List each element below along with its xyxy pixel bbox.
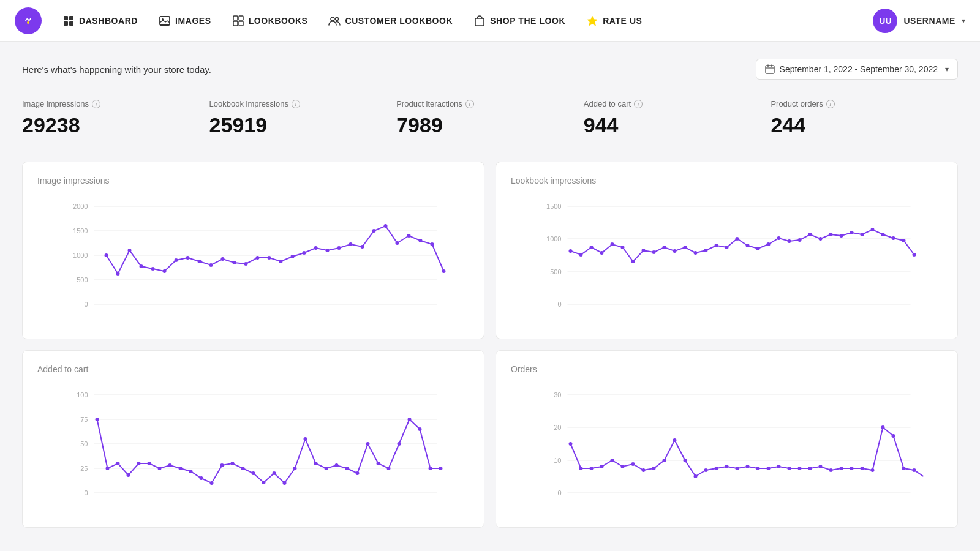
nav-lookbooks[interactable]: LOOKBOOKS <box>224 10 317 32</box>
svg-point-127 <box>252 471 255 475</box>
chevron-down-icon: ▾ <box>962 17 965 25</box>
svg-point-70 <box>590 246 594 249</box>
svg-point-51 <box>349 242 353 246</box>
orders-chart-title: Orders <box>511 364 943 374</box>
nav-dashboard[interactable]: DASHBOARD <box>54 10 146 32</box>
svg-point-0 <box>22 15 34 27</box>
store-subtitle: Here's what's happening with your store … <box>22 64 211 75</box>
svg-point-122 <box>200 476 203 480</box>
svg-rect-2 <box>64 16 68 20</box>
svg-point-45 <box>279 260 283 263</box>
svg-point-93 <box>829 233 833 236</box>
svg-point-184 <box>881 425 885 429</box>
svg-point-134 <box>325 467 328 470</box>
svg-point-55 <box>396 241 399 245</box>
added-to-cart-chart-card: Added to cart 100 75 50 25 0 <box>22 350 484 528</box>
svg-point-36 <box>175 258 178 262</box>
svg-point-47 <box>303 251 306 255</box>
image-impressions-chart-card: Image impressions 2000 1500 1000 500 0 <box>22 162 484 339</box>
svg-point-88 <box>777 236 781 240</box>
svg-point-158 <box>611 459 614 462</box>
svg-point-77 <box>663 246 666 249</box>
svg-point-34 <box>151 267 155 271</box>
svg-point-168 <box>715 467 718 470</box>
svg-text:0: 0 <box>557 301 561 308</box>
image-impressions-chart-title: Image impressions <box>37 176 469 186</box>
svg-point-46 <box>291 255 295 258</box>
svg-point-75 <box>642 249 646 252</box>
images-icon <box>159 15 171 27</box>
svg-point-128 <box>262 481 266 484</box>
navbar: DASHBOARD IMAGES LOOKBOOK <box>0 0 980 42</box>
svg-rect-8 <box>233 16 238 20</box>
svg-point-44 <box>268 256 271 260</box>
nav-rate-us[interactable]: RATE US <box>578 10 650 32</box>
svg-point-144 <box>429 467 432 470</box>
svg-point-83 <box>725 246 729 249</box>
svg-point-59 <box>442 269 446 273</box>
svg-point-113 <box>106 467 110 470</box>
svg-point-69 <box>579 253 583 257</box>
svg-text:0: 0 <box>557 489 561 497</box>
svg-point-32 <box>128 249 132 252</box>
stat-product-orders-value: 244 <box>771 113 958 137</box>
nav-rate-us-label: RATE US <box>603 16 642 26</box>
stats-row: Image impressions i 29238 Lookbook impre… <box>22 97 958 147</box>
svg-point-99 <box>892 236 895 240</box>
nav-shop-the-look[interactable]: SHOP THE LOOK <box>465 10 574 32</box>
svg-point-130 <box>283 481 287 485</box>
date-range-picker[interactable]: September 1, 2022 - September 30, 2022 ▾ <box>756 59 958 80</box>
svg-point-13 <box>336 17 339 20</box>
customer-icon <box>328 15 341 27</box>
stat-product-interactions-label: Product iteractions i <box>396 99 584 108</box>
svg-rect-4 <box>64 21 68 26</box>
svg-point-120 <box>179 467 183 470</box>
svg-rect-5 <box>69 21 74 26</box>
stat-lookbook-impressions-label: Lookbook impressions i <box>209 99 397 108</box>
image-impressions-chart-area: 2000 1500 1000 500 0 <box>37 194 469 329</box>
svg-point-139 <box>377 462 380 465</box>
svg-point-74 <box>631 260 635 263</box>
svg-point-163 <box>663 459 666 462</box>
svg-point-41 <box>233 261 236 264</box>
stat-lookbook-impressions: Lookbook impressions i 25919 <box>209 97 397 147</box>
orders-chart-card: Orders 30 20 10 0 <box>496 350 958 528</box>
svg-rect-16 <box>766 66 774 73</box>
lookbook-impressions-chart-area: 1500 1000 500 0 <box>511 194 943 329</box>
svg-point-133 <box>314 462 318 465</box>
dashboard-icon <box>62 15 75 27</box>
nav-customer-lookbook[interactable]: CUSTOMER LOOKBOOK <box>320 10 461 32</box>
nav-user[interactable]: UU USERNAME ▾ <box>873 9 965 33</box>
svg-point-165 <box>684 459 687 462</box>
svg-point-38 <box>198 260 202 263</box>
svg-point-138 <box>366 442 370 446</box>
svg-point-180 <box>840 467 843 470</box>
nav-images[interactable]: IMAGES <box>150 10 220 32</box>
stat-added-to-cart: Added to cart i 944 <box>584 97 771 147</box>
svg-point-132 <box>304 437 307 441</box>
logo[interactable] <box>15 7 42 34</box>
svg-point-141 <box>398 442 401 446</box>
svg-point-154 <box>569 442 573 446</box>
nav-shop-the-look-label: SHOP THE LOOK <box>490 16 565 26</box>
svg-point-42 <box>244 262 248 266</box>
lookbooks-icon <box>232 15 244 27</box>
svg-point-98 <box>881 233 885 236</box>
svg-point-73 <box>621 246 625 249</box>
svg-point-136 <box>345 467 349 470</box>
svg-point-156 <box>590 467 594 470</box>
svg-point-135 <box>335 463 339 467</box>
svg-point-166 <box>694 474 698 478</box>
svg-text:10: 10 <box>554 457 561 464</box>
svg-marker-15 <box>587 16 597 26</box>
svg-text:1000: 1000 <box>546 235 561 242</box>
svg-point-57 <box>419 239 423 242</box>
svg-point-72 <box>611 242 614 246</box>
svg-text:1500: 1500 <box>73 227 88 234</box>
svg-point-48 <box>314 246 318 250</box>
svg-point-68 <box>569 249 573 253</box>
svg-point-155 <box>579 467 583 470</box>
svg-point-119 <box>168 463 172 467</box>
stat-image-impressions-label: Image impressions i <box>22 99 209 108</box>
svg-point-143 <box>418 427 422 431</box>
